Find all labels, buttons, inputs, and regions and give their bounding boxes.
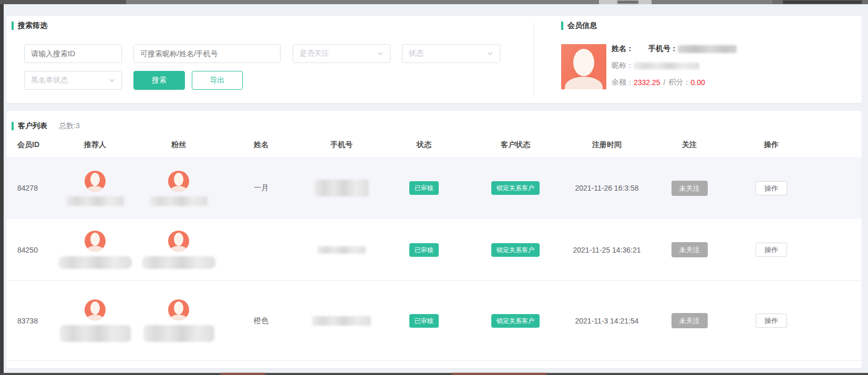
- table-header-row: 会员ID 推荐人 粉丝 姓名 手机号 状态 客户状态 注册时间 关注 操作: [6, 133, 862, 157]
- fan-cell: [131, 231, 226, 269]
- avatar-shoulders-shape: [170, 315, 188, 320]
- bottom-edge-smudge: [221, 373, 265, 375]
- customer-status-badge: 锁定关系客户: [491, 243, 540, 257]
- member-balance-value: 2332.25: [634, 78, 660, 87]
- action-cell: 操作: [735, 181, 808, 195]
- member-name-label: 姓名：: [612, 44, 634, 54]
- accent-bar: [561, 22, 563, 30]
- phone-cell: [296, 246, 387, 254]
- member-points-label: 积分：: [669, 78, 691, 87]
- member-name-phone-line: 姓名： 手机号：: [612, 43, 785, 55]
- action-cell: 操作: [735, 314, 808, 328]
- fan-avatar: [168, 171, 189, 192]
- column-header-action: 操作: [735, 140, 808, 150]
- top-edge-text-smudge: [783, 1, 862, 4]
- follow-badge: 未关注: [671, 181, 708, 196]
- customer-status-cell: 锁定关系客户: [461, 314, 570, 328]
- avatar-head-shape: [90, 233, 100, 246]
- status-cell: 已审核: [387, 314, 461, 328]
- referrer-name-redacted: [58, 256, 132, 269]
- row-action-button[interactable]: 操作: [756, 243, 787, 257]
- status-badge: 已审核: [409, 314, 439, 328]
- avatar-shoulders-shape: [86, 186, 104, 192]
- blacklist-status-select[interactable]: 黑名单状态: [24, 71, 122, 90]
- window-bottom-edge: [0, 373, 868, 375]
- referrer-avatar: [85, 171, 106, 192]
- register-time: 2021-11-3 14:21:54: [575, 317, 638, 325]
- search-button[interactable]: 搜索: [133, 71, 185, 90]
- member-phone-redacted: [678, 45, 737, 53]
- register-time: 2021-11-25 14:36:21: [573, 246, 641, 254]
- customer-list-header: 客户列表 总数:3: [6, 111, 862, 131]
- search-keyword-input[interactable]: [133, 44, 281, 63]
- status-cell: 已审核: [387, 181, 461, 195]
- column-header-name: 姓名: [226, 140, 296, 150]
- fan-name-redacted: [143, 325, 214, 342]
- column-header-customer-status: 客户状态: [461, 140, 570, 150]
- follow-cell: 未关注: [644, 242, 735, 257]
- follow-select-placeholder: 是否关注: [299, 49, 329, 58]
- member-id-cell: 84250: [12, 246, 59, 254]
- fan-avatar: [168, 231, 189, 252]
- referrer-name-redacted: [66, 196, 124, 206]
- phone-cell: [296, 180, 387, 196]
- referrer-avatar: [85, 299, 106, 320]
- accent-bar: [12, 22, 14, 30]
- column-header-follow: 关注: [644, 140, 735, 150]
- column-header-register-time: 注册时间: [570, 140, 644, 150]
- export-button[interactable]: 导出: [192, 71, 243, 90]
- search-and-member-card: 搜索筛选 是否关注 状态 黑名单状态 搜索 导出 会员信息: [6, 16, 862, 103]
- referrer-cell: [59, 299, 131, 342]
- window-top-edge: [0, 0, 868, 4]
- avatar-head-shape: [174, 233, 183, 246]
- member-id-cell: 83738: [12, 317, 59, 325]
- bottom-edge-smudge: [452, 373, 546, 375]
- follow-cell: 未关注: [644, 313, 735, 328]
- phone-redacted: [312, 316, 371, 326]
- avatar-shoulders-shape: [86, 246, 104, 252]
- avatar-shoulders-shape: [170, 246, 188, 252]
- status-select-placeholder: 状态: [409, 49, 423, 58]
- avatar-head-shape: [90, 301, 100, 315]
- fan-cell: [131, 171, 226, 206]
- name-cell: 一月: [226, 183, 296, 193]
- customer-status-cell: 锁定关系客户: [461, 243, 570, 257]
- member-balance-label: 余额：: [612, 78, 634, 87]
- row-action-button[interactable]: 操作: [756, 314, 787, 328]
- phone-redacted: [314, 180, 369, 196]
- avatar-head-shape: [174, 301, 183, 315]
- name-cell: 橙色: [226, 316, 296, 326]
- column-header-status: 状态: [387, 140, 461, 150]
- status-select[interactable]: 状态: [402, 44, 500, 63]
- follow-badge: 未关注: [671, 242, 708, 257]
- avatar-head-shape: [174, 173, 183, 186]
- status-cell: 已审核: [387, 243, 461, 257]
- column-header-fan: 粉丝: [131, 140, 226, 150]
- follow-select[interactable]: 是否关注: [293, 44, 390, 63]
- search-id-input[interactable]: [24, 44, 122, 63]
- member-nickname-line: 昵称：: [612, 60, 785, 71]
- member-avatar: [561, 44, 606, 89]
- avatar-shoulders-shape: [170, 186, 188, 192]
- column-header-phone: 手机号: [296, 140, 387, 150]
- panel-divider: [534, 23, 534, 97]
- fan-name-redacted: [150, 196, 208, 206]
- status-badge: 已审核: [409, 243, 439, 257]
- sidebar-edge: [0, 4, 4, 375]
- balance-points-separator: /: [664, 78, 666, 87]
- table-row: 84278 一月 已审核: [6, 157, 862, 219]
- member-phone-label: 手机号：: [648, 44, 678, 54]
- phone-redacted: [317, 246, 366, 254]
- top-edge-segment: [0, 0, 126, 4]
- status-badge: 已审核: [409, 181, 439, 195]
- blacklist-select-placeholder: 黑名单状态: [31, 76, 68, 85]
- top-edge-text-smudge: [617, 1, 638, 4]
- member-points-value: 0.00: [691, 78, 705, 87]
- follow-cell: 未关注: [644, 181, 735, 196]
- referrer-name-redacted: [60, 325, 131, 342]
- customer-status-badge: 锁定关系客户: [491, 181, 540, 195]
- register-time-cell: 2021-11-3 14:21:54: [570, 317, 644, 325]
- search-filter-title: 搜索筛选: [12, 21, 47, 30]
- row-action-button[interactable]: 操作: [756, 181, 787, 195]
- customer-status-badge: 锁定关系客户: [491, 314, 540, 328]
